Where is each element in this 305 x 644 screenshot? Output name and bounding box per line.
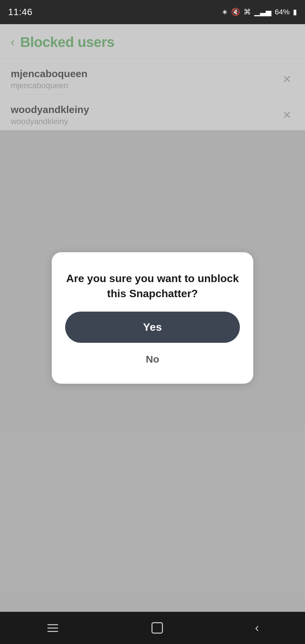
menu-line-3	[47, 631, 58, 632]
battery-icon: ▮	[293, 8, 297, 16]
status-bar: 11:46 ∗ 🔇 ⌘ ▁▃▅ 64% ▮	[0, 0, 305, 24]
home-icon[interactable]	[151, 622, 163, 634]
menu-line-2	[47, 628, 58, 629]
status-icons: ∗ 🔇 ⌘ ▁▃▅ 64% ▮	[222, 8, 297, 16]
mute-icon: 🔇	[231, 8, 240, 16]
menu-line-1	[47, 624, 58, 625]
back-icon[interactable]: ‹	[255, 621, 259, 635]
no-button[interactable]: No	[132, 351, 173, 368]
signal-icon: ▁▃▅	[254, 8, 271, 16]
wifi-icon: ⌘	[244, 8, 251, 16]
dialog-buttons: Yes No	[65, 312, 240, 368]
battery-indicator: 64%	[275, 8, 290, 16]
yes-button[interactable]: Yes	[65, 312, 240, 343]
menu-icon[interactable]	[46, 623, 59, 633]
dialog-overlay: Are you sure you want to unblock this Sn…	[0, 24, 305, 612]
bluetooth-icon: ∗	[222, 8, 228, 16]
confirm-dialog: Are you sure you want to unblock this Sn…	[52, 252, 253, 384]
navigation-bar: ‹	[0, 612, 305, 644]
status-time: 11:46	[8, 7, 33, 17]
dialog-message: Are you sure you want to unblock this Sn…	[65, 271, 240, 301]
